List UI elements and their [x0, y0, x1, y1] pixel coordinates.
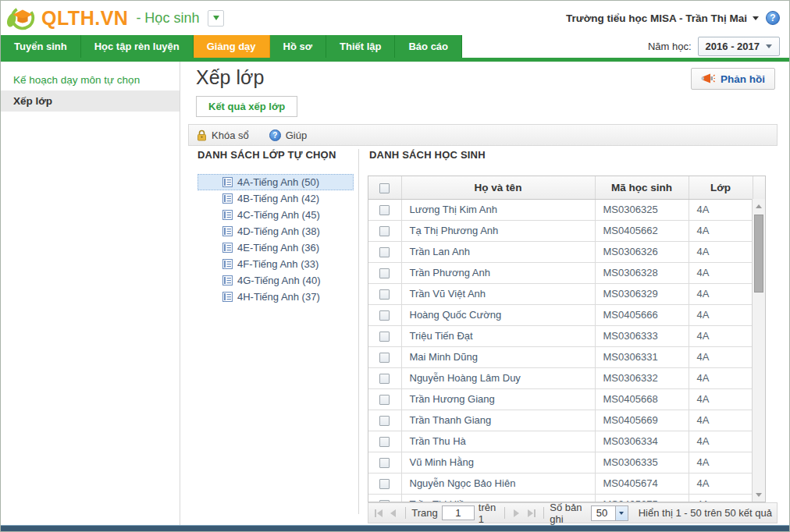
row-checkbox[interactable] — [379, 268, 390, 278]
nav-tab[interactable]: Tuyển sinh — [1, 35, 81, 58]
row-checkbox[interactable] — [379, 226, 390, 236]
class-list-item[interactable]: 4H-Tiếng Anh (37) — [198, 289, 354, 305]
app-header: QLTH.VN - Học sinh Trường tiểu học MISA … — [1, 1, 789, 35]
class-list-item[interactable]: 4A-Tiếng Anh (50) — [198, 174, 354, 190]
help-button[interactable]: ? Giúp — [269, 129, 307, 141]
student-code-cell: MS0405675 — [595, 494, 689, 502]
student-name-cell: Trần Vũ Việt Anh — [401, 283, 595, 304]
table-row[interactable]: Vũ Minh HằngMS03063354A — [368, 452, 766, 473]
row-checkbox-cell — [368, 452, 401, 473]
nav-tab[interactable]: Học tập rèn luyện — [81, 35, 194, 58]
student-grade-cell: 4A — [689, 410, 753, 431]
row-checkbox[interactable] — [379, 395, 390, 405]
scrollbar-thumb[interactable] — [754, 215, 763, 293]
student-name-cell: Nguyễn Ngọc Bảo Hiên — [401, 473, 595, 494]
page-title: Xếp lớp — [196, 66, 264, 89]
row-checkbox[interactable] — [379, 205, 390, 215]
class-list-item[interactable]: 4C-Tiếng Anh (45) — [198, 207, 354, 223]
triangle-left-icon — [377, 509, 383, 517]
triangle-right-icon — [528, 509, 533, 517]
page-number-input[interactable] — [442, 505, 475, 520]
student-name-cell: Trần Thu Hà — [401, 431, 595, 452]
table-row[interactable]: Hoàng Quốc CườngMS04056664A — [368, 304, 766, 325]
page-size-value: 50 — [592, 507, 615, 519]
student-name-cell: Trần Thanh Giang — [401, 410, 595, 431]
class-list-item[interactable]: 4F-Tiếng Anh (33) — [198, 256, 354, 272]
row-checkbox[interactable] — [379, 310, 390, 321]
class-list-item-label: 4F-Tiếng Anh (33) — [237, 258, 318, 270]
table-row[interactable]: Trần Phương AnhMS03063284A — [368, 262, 766, 283]
table-row[interactable]: Lương Thị Kim AnhMS03063254A — [368, 199, 766, 220]
class-list-item[interactable]: 4E-Tiếng Anh (36) — [198, 239, 354, 256]
nav-tab[interactable]: Thiết lập — [326, 35, 395, 58]
user-menu[interactable]: Trường tiểu học MISA - Trần Thị Mai — [566, 12, 759, 24]
row-checkbox[interactable] — [379, 353, 390, 363]
first-page-button[interactable] — [373, 506, 384, 520]
bottom-strip — [1, 525, 789, 531]
last-page-button[interactable] — [526, 506, 537, 520]
student-name-cell: Trần Lan Anh — [401, 241, 595, 262]
table-row[interactable]: Trần Thu HàMS03063344A — [368, 431, 766, 452]
list-icon — [222, 226, 233, 236]
main-nav: Tuyển sinhHọc tập rèn luyệnGiảng dạyHồ s… — [1, 35, 789, 58]
student-grade-cell: 4A — [689, 494, 753, 502]
select-all-checkbox[interactable] — [379, 183, 390, 193]
chevron-down-icon — [213, 16, 219, 20]
table-row[interactable]: Nguyễn Ngọc Bảo HiênMS04056744A — [368, 473, 766, 494]
class-list-item[interactable]: 4G-Tiếng Anh (40) — [198, 272, 354, 289]
nav-tab[interactable]: Báo cáo — [395, 35, 462, 58]
class-list-item[interactable]: 4B-Tiếng Anh (42) — [198, 190, 354, 207]
class-list-title: DANH SÁCH LỚP TỰ CHỌN — [198, 149, 336, 161]
triangle-down-icon — [756, 493, 762, 497]
class-list-item[interactable]: 4D-Tiếng Anh (38) — [198, 223, 354, 239]
row-checkbox[interactable] — [379, 479, 390, 489]
table-row[interactable]: Trần Hương GiangMS04056684A — [368, 388, 766, 410]
page-size-label: Số bản ghi — [550, 502, 587, 525]
dropdown-button — [615, 506, 628, 520]
student-grade-cell: 4A — [689, 473, 753, 494]
row-checkbox[interactable] — [379, 458, 390, 468]
scroll-down-button[interactable] — [753, 488, 765, 501]
row-checkbox[interactable] — [379, 437, 390, 447]
result-button[interactable]: Kết quả xếp lớp — [196, 96, 297, 117]
row-checkbox[interactable] — [379, 332, 390, 342]
table-row[interactable]: Trần Thanh GiangMS04056694A — [368, 410, 766, 431]
nav-tab[interactable]: Hồ sơ — [270, 35, 326, 58]
student-grade-cell: 4A — [689, 431, 753, 452]
class-list: 4A-Tiếng Anh (50)4B-Tiếng Anh (42)4C-Tiế… — [198, 174, 354, 305]
table-row[interactable]: Trần Lan AnhMS03063264A — [368, 241, 766, 262]
result-summary: Hiển thị 1 - 50 trên 50 kết quả — [639, 507, 772, 519]
class-list-item-label: 4A-Tiếng Anh (50) — [237, 176, 319, 188]
page-size-select[interactable]: 50 — [591, 505, 628, 521]
next-page-button[interactable] — [511, 506, 522, 520]
table-header-row: Họ và tên Mã học sinh Lớp — [368, 176, 766, 199]
student-code-cell: MS0306326 — [595, 241, 689, 262]
chevron-down-icon — [766, 44, 772, 48]
table-row[interactable]: Trần Vũ Việt AnhMS03063294A — [368, 283, 766, 304]
table-row[interactable]: Nguyễn Hoàng Lâm DuyMS03063324A — [368, 367, 766, 388]
row-checkbox[interactable] — [379, 416, 390, 426]
feedback-button[interactable]: Phản hồi — [691, 68, 775, 90]
table-row[interactable]: Mai Minh DũngMS03063314A — [368, 346, 766, 367]
table-row[interactable]: Tạ Thị Phương AnhMS04056624A — [368, 220, 766, 241]
table-row[interactable]: Triệu Tiến ĐạtMS03063334A — [368, 325, 766, 346]
student-name-cell: Trần Phương Anh — [401, 262, 595, 283]
scroll-up-button[interactable] — [753, 200, 765, 212]
school-year-select[interactable]: 2016 - 2017 — [698, 37, 780, 56]
sidebar-item[interactable]: Kế hoạch dạy môn tự chọn — [1, 69, 180, 90]
list-icon — [222, 210, 233, 220]
row-checkbox[interactable] — [379, 374, 390, 384]
student-code-cell: MS0306329 — [595, 283, 689, 304]
triangle-up-icon — [756, 204, 762, 208]
lock-button[interactable]: Khóa sổ — [197, 129, 249, 141]
prev-page-button[interactable] — [388, 506, 399, 520]
help-icon[interactable]: ? — [766, 11, 780, 25]
separator — [504, 507, 505, 519]
row-checkbox[interactable] — [379, 289, 390, 300]
module-dropdown-button[interactable] — [208, 10, 224, 27]
sidebar-item[interactable]: Xếp lớp — [1, 90, 180, 112]
main-content: Xếp lớp Phản hồi Kết quả xếp lớp Khóa sổ — [181, 62, 789, 525]
row-checkbox[interactable] — [379, 247, 390, 257]
nav-tab[interactable]: Giảng dạy — [194, 35, 270, 58]
list-icon — [222, 193, 233, 204]
